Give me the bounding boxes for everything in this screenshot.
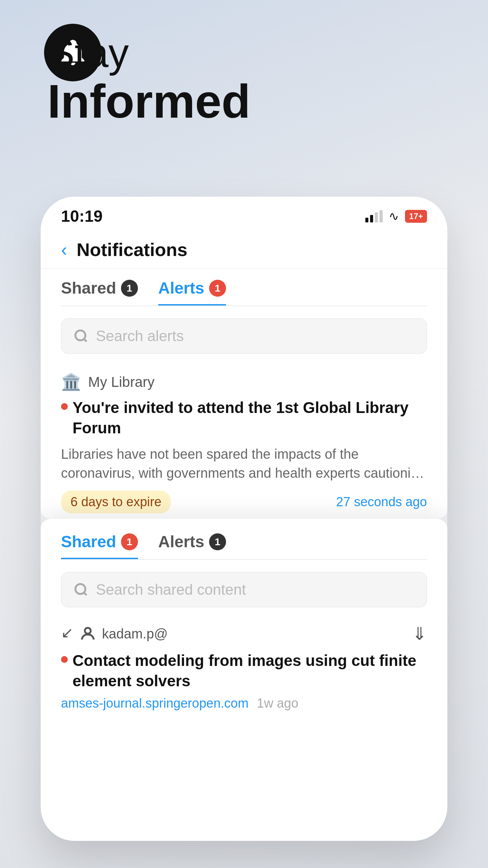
tabs-divider (61, 305, 427, 306)
informed-label: Informed (47, 75, 250, 127)
user-icon (79, 625, 97, 643)
shared-card-1: ↗ kadam.p@ ⇓ Contact modeling from image… (61, 614, 427, 720)
shared-tabs-row: Shared 1 Alerts 1 (41, 519, 447, 559)
signal-bar-2 (370, 215, 373, 222)
battery-level: 17+ (409, 212, 423, 221)
tab-shared-badge: 1 (121, 280, 138, 297)
alert-footer-1: 6 days to expire 27 seconds ago (61, 491, 427, 513)
shared-title-1: Contact modeling from images using cut f… (61, 651, 427, 691)
alert-excerpt-1: Libraries have not been spared the impac… (61, 445, 427, 482)
shared-title-text-1: Contact modeling from images using cut f… (73, 651, 427, 691)
status-time: 10:19 (61, 207, 103, 225)
shared-tabs-divider (61, 559, 427, 560)
expire-badge-1: 6 days to expire (61, 491, 171, 513)
shared-card-header-1: ↗ kadam.p@ ⇓ (61, 624, 427, 644)
screen-alerts: 10:19 ∿ 17+ ‹ Notifications S (41, 197, 447, 519)
alerts-search-placeholder: Search alerts (96, 328, 184, 344)
nav-bar: ‹ Notifications (41, 232, 447, 269)
shared-search-bar[interactable]: Search shared content (61, 572, 427, 607)
signal-bar-3 (375, 212, 378, 222)
top-text-area: Stay Informed (47, 31, 250, 127)
svg-point-0 (76, 331, 85, 340)
alert-card-1: 🏛️ My Library You're invited to attend t… (61, 360, 427, 519)
tab-alerts-inactive[interactable]: Alerts 1 (158, 532, 226, 559)
tab-shared-active-label: Shared (61, 532, 116, 551)
nav-title: Notifications (77, 239, 187, 260)
status-bar: 10:19 ∿ 17+ (41, 197, 447, 232)
time-ago-1: 27 seconds ago (336, 495, 427, 509)
tab-alerts-inactive-label: Alerts (158, 532, 204, 551)
shared-search-icon (74, 582, 88, 597)
library-icon-1: 🏛️ (61, 373, 81, 392)
tab-shared-active[interactable]: Shared 1 (61, 532, 138, 559)
library-row-1: 🏛️ My Library (61, 373, 427, 392)
svg-line-3 (84, 593, 87, 595)
alerts-search-bar[interactable]: Search alerts (61, 318, 427, 354)
shared-source-row: amses-journal.springeropen.com 1w ago (61, 696, 427, 711)
tab-shared-label: Shared (61, 279, 116, 297)
shared-time-ago: 1w ago (257, 696, 299, 710)
svg-line-1 (84, 339, 87, 342)
tab-shared-active-badge: 1 (121, 533, 138, 550)
tab-alerts-badge: 1 (209, 280, 226, 297)
shared-user-name: kadam.p@ (102, 626, 168, 642)
shared-source-url: amses-journal.springeropen.com (61, 696, 248, 710)
status-icons: ∿ 17+ (365, 209, 427, 223)
shared-search-placeholder: Search shared content (96, 581, 246, 598)
library-name-1: My Library (88, 374, 155, 390)
tab-alerts-label: Alerts (158, 279, 204, 297)
back-button[interactable]: ‹ (61, 239, 67, 260)
tabs-row: Shared 1 Alerts 1 (41, 269, 447, 305)
svg-point-4 (85, 628, 90, 634)
shared-unread-dot (61, 656, 68, 663)
redirect-icon: ↗ (61, 625, 74, 643)
tab-alerts-inactive-badge: 1 (209, 533, 226, 550)
shared-user-row-1: ↗ kadam.p@ (61, 625, 168, 643)
battery-badge: 17+ (405, 210, 427, 223)
wifi-icon: ∿ (389, 209, 399, 223)
tab-alerts[interactable]: Alerts 1 (158, 279, 226, 305)
tab-shared[interactable]: Shared 1 (61, 279, 138, 305)
unread-dot-1 (61, 403, 68, 410)
phone-wrapper: 10:19 ∿ 17+ ‹ Notifications S (41, 197, 447, 841)
signal-bar-1 (365, 218, 368, 222)
search-icon (74, 329, 88, 343)
screen-shared: Shared 1 Alerts 1 Search shared content … (41, 519, 447, 841)
stay-label: Stay (47, 31, 250, 75)
signal-bar-4 (380, 210, 383, 222)
download-icon[interactable]: ⇓ (412, 624, 427, 644)
alert-title-text-1: You're invited to attend the 1st Global … (73, 398, 427, 438)
alert-title-1: You're invited to attend the 1st Global … (61, 398, 427, 438)
signal-bars-icon (365, 210, 383, 222)
svg-point-2 (76, 584, 85, 594)
